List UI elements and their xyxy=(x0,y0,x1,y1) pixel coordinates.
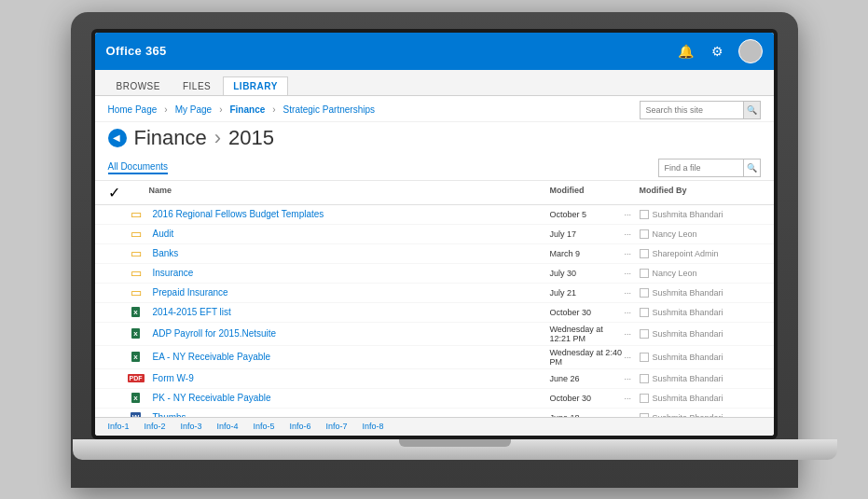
doc-name[interactable]: ADP Payroll for 2015.Netsuite xyxy=(149,328,550,339)
search-button[interactable]: 🔍 xyxy=(743,102,760,118)
search-input[interactable] xyxy=(641,104,743,117)
status-bar-item-8[interactable]: Info-8 xyxy=(363,422,384,431)
status-bar-item-7[interactable]: Info-7 xyxy=(326,422,348,431)
header-modified[interactable]: Modified xyxy=(550,184,625,201)
screen: Office 365 🔔 ⚙ BROWSE FILES LIBRARY Home… xyxy=(95,33,774,436)
doc-type-icon: W xyxy=(129,410,144,417)
doc-name[interactable]: Form W-9 xyxy=(149,373,550,383)
table-row[interactable]: x EA - NY Receivable Payable Wednesday a… xyxy=(95,346,774,369)
status-bar: Info-1Info-2Info-3Info-4Info-5Info-6Info… xyxy=(95,417,774,436)
doc-name[interactable]: 2014-2015 EFT list xyxy=(149,307,550,317)
table-row[interactable]: ▭ Insurance July 30 ··· Nancy Leon xyxy=(95,264,774,284)
tab-browse[interactable]: BROWSE xyxy=(106,76,171,95)
table-row[interactable]: ▭ Audit July 17 ··· Nancy Leon xyxy=(95,225,774,244)
doc-name[interactable]: Prepaid Insurance xyxy=(149,287,550,298)
doc-actions[interactable]: ··· xyxy=(625,329,640,339)
doc-modified-by: Nancy Leon xyxy=(640,229,761,239)
table-row[interactable]: x ADP Payroll for 2015.Netsuite Wednesda… xyxy=(95,323,774,346)
doc-actions[interactable]: ··· xyxy=(625,288,640,298)
header-name[interactable]: Name xyxy=(149,184,550,201)
breadcrumb-mypage[interactable]: My Page xyxy=(175,104,212,115)
breadcrumb-sep-2: › xyxy=(219,104,222,115)
doc-actions[interactable]: ··· xyxy=(625,269,640,278)
status-bar-item-3[interactable]: Info-3 xyxy=(181,422,202,431)
title-separator: › xyxy=(214,126,221,150)
user-avatar[interactable] xyxy=(738,39,763,63)
doc-modified-by: Sushmita Bhandari xyxy=(640,394,761,403)
breadcrumb-sep-1: › xyxy=(164,104,167,115)
settings-icon[interactable]: ⚙ xyxy=(707,40,729,62)
notification-icon[interactable]: 🔔 xyxy=(675,40,697,62)
doc-modified: Wednesday at 12:21 PM xyxy=(550,325,625,343)
search-box: 🔍 xyxy=(640,101,761,119)
doc-type-icon: ▭ xyxy=(129,266,144,281)
page-title-area: ◀ Finance › 2015 xyxy=(95,122,774,156)
user-checkbox[interactable] xyxy=(640,374,649,383)
doc-actions[interactable]: ··· xyxy=(625,249,640,258)
user-checkbox[interactable] xyxy=(640,249,649,258)
doc-modified: June 26 xyxy=(550,374,625,383)
doc-modified: Wednesday at 2:40 PM xyxy=(550,348,625,367)
back-arrow-icon: ◀ xyxy=(113,132,120,143)
user-checkbox[interactable] xyxy=(640,210,649,219)
user-checkbox[interactable] xyxy=(640,353,649,362)
status-bar-item-2[interactable]: Info-2 xyxy=(145,422,166,431)
tab-files[interactable]: FILES xyxy=(172,76,221,95)
status-bar-item-5[interactable]: Info-5 xyxy=(254,422,275,431)
find-file-button[interactable]: 🔍 xyxy=(743,159,760,176)
page-title: Finance xyxy=(134,126,207,150)
table-row[interactable]: ▭ 2016 Regional Fellows Budget Templates… xyxy=(95,205,774,225)
doc-actions[interactable]: ··· xyxy=(625,229,640,239)
find-file-input[interactable] xyxy=(659,161,743,174)
breadcrumb-area: Home Page › My Page › Finance › Strategi… xyxy=(95,96,774,122)
user-checkbox[interactable] xyxy=(640,269,649,278)
all-documents-link[interactable]: All Documents xyxy=(108,161,168,174)
table-row[interactable]: x 2014-2015 EFT list October 30 ··· Sush… xyxy=(95,303,774,323)
user-checkbox[interactable] xyxy=(640,329,649,339)
tab-library[interactable]: LIBRARY xyxy=(223,76,288,95)
doc-type-icon: x xyxy=(129,350,144,365)
user-checkbox[interactable] xyxy=(640,229,649,239)
doc-modified-by: Sushmita Bhandari xyxy=(640,353,761,362)
doc-modified: July 17 xyxy=(550,229,625,239)
doc-actions[interactable]: ··· xyxy=(625,394,640,403)
doc-actions[interactable]: ··· xyxy=(625,353,640,362)
doc-name[interactable]: Audit xyxy=(149,229,550,239)
doc-type-icon: ▭ xyxy=(129,246,144,261)
ribbon-bar: BROWSE FILES LIBRARY xyxy=(95,70,774,96)
doc-name[interactable]: 2016 Regional Fellows Budget Templates xyxy=(149,209,550,219)
document-list: ▭ 2016 Regional Fellows Budget Templates… xyxy=(95,205,774,417)
doc-modified: October 30 xyxy=(550,308,625,317)
doc-name[interactable]: Insurance xyxy=(149,268,550,278)
table-row[interactable]: ▭ Prepaid Insurance July 21 ··· Sushmita… xyxy=(95,284,774,303)
table-row[interactable]: x PK - NY Receivable Payable October 30 … xyxy=(95,389,774,409)
table-row[interactable]: PDF Form W-9 June 26 ··· Sushmita Bhanda… xyxy=(95,369,774,389)
table-row[interactable]: ▭ Banks March 9 ··· Sharepoint Admin xyxy=(95,244,774,264)
breadcrumb-strategic[interactable]: Strategic Partnerships xyxy=(283,104,375,115)
header-check: ✓ xyxy=(108,184,129,201)
breadcrumb-home[interactable]: Home Page xyxy=(108,104,158,115)
breadcrumb-sep-3: › xyxy=(272,104,275,115)
status-bar-item-4[interactable]: Info-4 xyxy=(217,422,239,431)
user-checkbox[interactable] xyxy=(640,308,649,317)
user-checkbox[interactable] xyxy=(640,288,649,298)
status-bar-item-1[interactable]: Info-1 xyxy=(108,422,130,431)
user-checkbox[interactable] xyxy=(640,394,649,403)
doc-modified: March 9 xyxy=(550,249,625,258)
doc-actions[interactable]: ··· xyxy=(625,308,640,317)
doc-name[interactable]: Banks xyxy=(149,248,550,258)
breadcrumb-finance[interactable]: Finance xyxy=(229,104,265,115)
table-row[interactable]: W Thumbs June 18 ··· Sushmita Bhandari xyxy=(95,409,774,417)
doc-name[interactable]: EA - NY Receivable Payable xyxy=(149,352,550,362)
status-bar-item-6[interactable]: Info-6 xyxy=(290,422,311,431)
header-modified-by[interactable]: Modified By xyxy=(640,184,761,201)
back-button[interactable]: ◀ xyxy=(108,129,127,147)
doc-actions[interactable]: ··· xyxy=(625,210,640,219)
doc-type-icon: PDF xyxy=(129,371,144,386)
doc-name[interactable]: PK - NY Receivable Payable xyxy=(149,393,550,403)
doc-modified: July 21 xyxy=(550,288,625,298)
header-icon-col xyxy=(129,184,149,201)
app-logo: Office 365 xyxy=(106,44,167,58)
doc-list-header: ✓ Name Modified Modified By xyxy=(95,181,774,205)
doc-actions[interactable]: ··· xyxy=(625,374,640,383)
